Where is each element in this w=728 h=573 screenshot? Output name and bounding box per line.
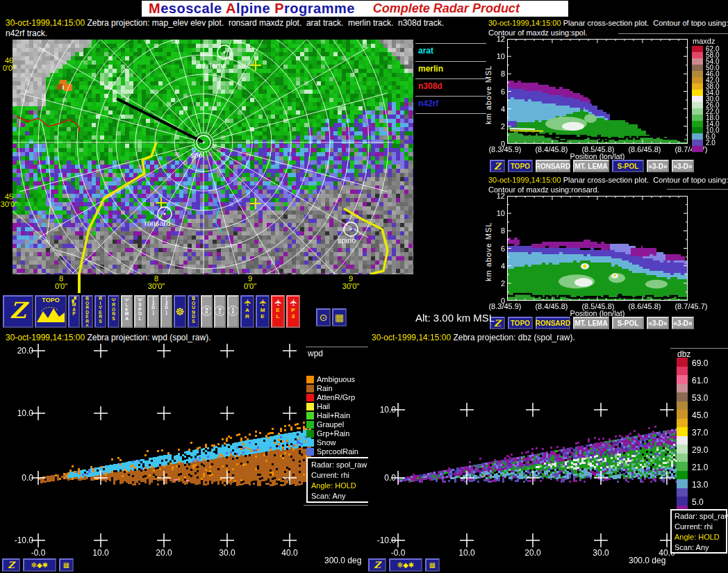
radar-map-canvas[interactable] (13, 40, 413, 274)
bl-y-tick: -10.0 (1, 535, 33, 545)
legend-label: AttenR/Grp (317, 393, 355, 401)
helm-icon: ☸ (175, 297, 184, 327)
bl-x-tick: 40.0 (272, 549, 307, 558)
toolbar-button-borders[interactable]: B O R D E R S (81, 295, 93, 328)
cross-section-2-canvas[interactable] (507, 196, 688, 301)
mini-toolbar-button-precip-symbols-icon[interactable]: ✻◆✱ (389, 558, 422, 572)
toolbar-button-p3[interactable]: ✈P 3 (286, 295, 300, 328)
status-radar: Radar: spol_raw (311, 460, 367, 469)
dbz-scale-segment (677, 497, 688, 506)
cs-toolbar-button--3-d-[interactable]: «3-D» (672, 160, 694, 172)
toolbar-button-rons[interactable]: ΨR O N S (108, 295, 119, 328)
toolbar-button-z[interactable]: Z (3, 295, 33, 328)
toolbar-button-el[interactable]: ✈E L (271, 295, 285, 328)
status-angle: Angle: HOLD (675, 533, 720, 541)
dbz-scale-segment (677, 384, 688, 393)
cs-toolbar-button--3-d-[interactable]: «3-D» (647, 160, 669, 172)
legend-divider (415, 78, 486, 79)
cs-toolbar-button-z[interactable]: Z (490, 160, 505, 172)
dbz-scale-segment (677, 375, 688, 384)
cs-toolbar-button-topo[interactable]: TOPO (508, 160, 533, 172)
dbz-scale-segment (677, 419, 688, 428)
mini-toolbar-button-grid-icon[interactable]: ▦ (425, 558, 440, 572)
map-timestamp: 30-oct-1999,14:15:00 (6, 18, 85, 28)
br-x-tick: 30.0 (584, 549, 618, 558)
track-legend-item-n42rf[interactable]: n42rf (418, 99, 438, 108)
toolbar-button--3d-[interactable]: ( 3 D ) (160, 295, 172, 328)
toolbar-button-map[interactable]: ▞M A P (68, 295, 80, 328)
mountain-icon (37, 304, 65, 322)
cs-toolbar-button--3-d-[interactable]: «3-D» (647, 317, 669, 329)
cs-toolbar-button-topo[interactable]: TOPO (508, 317, 533, 329)
legend-swatch-hail (306, 403, 314, 410)
cs-toolbar-button--3-d-[interactable]: «3-D» (672, 317, 694, 329)
dbz-scale-segment (677, 462, 688, 471)
legend-label: Snow (317, 438, 336, 447)
toolbar-button-grid-icon[interactable]: ▦ (332, 308, 347, 326)
cs-y-tick: 10 (488, 52, 505, 60)
toolbar-button-me[interactable]: ✈M E (256, 295, 270, 328)
track-legend-item-n308d[interactable]: n308d (418, 81, 442, 91)
cross-section-1-canvas[interactable] (507, 39, 688, 144)
toolbar-button-ar[interactable]: ✈A R (240, 295, 254, 328)
maxdz-scale-segment (692, 71, 703, 77)
toolbar-button-lema[interactable]: ΨL E M A (121, 295, 133, 328)
bottom-left-header: 30-oct-1999,14:15:00 Zebra projection: w… (6, 333, 211, 342)
toolbar-button-label: S P O L (138, 303, 142, 321)
toolbar-button-helm-icon[interactable]: ☸ (174, 295, 186, 328)
toolbar-button--3d-[interactable]: ( 3 D ) (147, 295, 159, 328)
maxdz-scale-segment (692, 140, 703, 146)
cs-toolbar-button-mt-lema[interactable]: MT. LEMA (573, 160, 609, 172)
cs-x-tick: (8.3/45.9) (481, 145, 529, 154)
map-x-tick: 8 30'0" (139, 275, 174, 290)
maxdz-scale-segment (692, 90, 703, 96)
radar-mode-icon: M S (215, 306, 225, 316)
cs-toolbar-button-ronsard[interactable]: RONSARD (536, 317, 570, 329)
mini-toolbar-button-z[interactable]: Z (2, 558, 20, 572)
toolbar-button-bounds[interactable]: B O U N D S (188, 295, 199, 328)
status-radar: Radar: spol_raw (675, 512, 728, 520)
mini-toolbar-button-z[interactable]: Z (368, 558, 386, 572)
maxdz-scale-label: 2.0 (706, 140, 715, 147)
mini-toolbar-button-precip-symbols-icon[interactable]: ✻◆✱ (23, 558, 56, 572)
bl-timestamp: 30-oct-1999,14:15:00 (6, 333, 85, 342)
legend-swatch-graupel (306, 421, 314, 429)
toolbar-button-rivers[interactable]: R I V E R S (94, 295, 106, 328)
maxdz-scale-segment (692, 127, 703, 133)
toolbar-button-ms[interactable]: M S (214, 295, 226, 328)
br-y-tick: 0.0 (364, 473, 396, 483)
dbz-scale-segment (677, 358, 688, 367)
dbz-scale-segment (677, 427, 688, 436)
toolbar-button-circle-dot-icon[interactable]: ⊙ (316, 308, 331, 326)
dbz-scale-label: 13.0 (692, 481, 708, 488)
airplane-icon: ✈ (288, 299, 299, 306)
map-x-tick: 9 0'0" (233, 275, 267, 290)
toolbar-button-topo[interactable]: TOPO (35, 295, 67, 328)
toolbar-button-mr[interactable]: M R (201, 295, 213, 328)
cs-toolbar-button-ronsard[interactable]: RONSARD (536, 160, 570, 172)
dbz-scale-label: 5.0 (692, 499, 704, 506)
wpd-legend-title: wpd (308, 349, 323, 358)
toolbar-button-spol[interactable]: ΨS P O L (134, 295, 146, 328)
toolbar-button-sr[interactable]: S R (227, 295, 239, 328)
dbz-scale-label: 53.0 (692, 395, 708, 401)
maxdz-scale-segment (692, 108, 703, 115)
cs-toolbar-button-s-pol[interactable]: S-POL (612, 317, 644, 329)
cs-toolbar-button-mt-lema[interactable]: MT. LEMA (573, 317, 609, 329)
cs-y-tick: 4 (488, 262, 505, 270)
cs-y-tick: 8 (488, 226, 505, 235)
aircraft-track-tail (78, 274, 81, 293)
track-legend-item-merlin[interactable]: merlin (418, 64, 443, 74)
track-legend-item-arat[interactable]: arat (418, 46, 433, 56)
mini-toolbar-button-grid-icon[interactable]: ▦ (59, 558, 74, 572)
cs-y-tick: 12 (488, 192, 505, 200)
br-azimuth-readout: 300.0 deg (629, 556, 665, 565)
cs-toolbar-button-s-pol[interactable]: S-POL (612, 160, 644, 172)
cs-y-tick: 12 (488, 35, 505, 43)
br-y-tick: 10.0 (364, 405, 396, 415)
map-x-tick: 9 30'0" (333, 275, 368, 290)
altitude-readout: Alt: 3.00 km MSL (415, 312, 495, 324)
map-header-line2: n42rf track. (6, 28, 47, 38)
legend-label: SprcoolRain (317, 447, 358, 456)
legend-swatch-attenr-grp (306, 394, 314, 401)
